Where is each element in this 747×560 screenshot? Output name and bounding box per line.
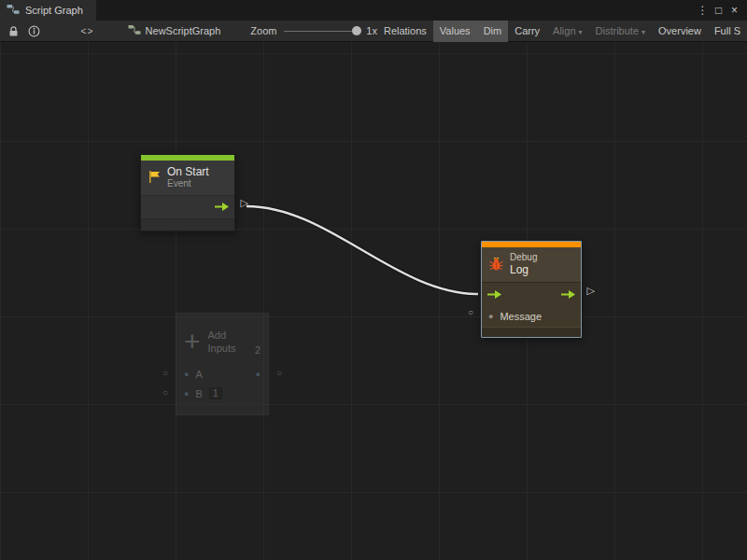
relations-button[interactable]: Relations xyxy=(377,21,433,42)
on-start-subtitle: Event xyxy=(167,178,209,189)
on-start-flow-row xyxy=(141,195,234,218)
flow-input-arrow-icon[interactable] xyxy=(487,289,501,301)
port-a-output-outer-circle[interactable]: ○ xyxy=(276,369,282,378)
debug-log-title: Log xyxy=(510,263,537,276)
flow-output-arrow-icon[interactable] xyxy=(561,289,575,301)
port-b-dot[interactable]: ● xyxy=(184,389,189,399)
fullscreen-button[interactable]: Full S xyxy=(708,21,747,42)
align-button[interactable]: Align ▾ xyxy=(546,21,588,42)
chevron-down-icon: ▾ xyxy=(641,28,645,36)
connection-wire xyxy=(0,42,747,560)
plus-icon: + xyxy=(184,329,201,354)
debug-log-category: Debug xyxy=(510,252,537,263)
zoom-value: 1x xyxy=(366,25,377,36)
graph-reference[interactable]: NewScriptGraph xyxy=(128,24,221,37)
debug-log-footer xyxy=(482,327,581,337)
chevron-down-icon: ▾ xyxy=(579,28,583,36)
dim-button[interactable]: Dim xyxy=(477,21,509,42)
message-input-port[interactable]: ○ xyxy=(468,308,473,317)
zoom-slider[interactable] xyxy=(284,21,361,42)
carry-button[interactable]: Carry xyxy=(508,21,546,42)
on-start-title: On Start xyxy=(167,165,209,178)
debug-log-header: Debug Log xyxy=(482,247,581,282)
distribute-button[interactable]: Distribute ▾ xyxy=(589,21,652,42)
lock-icon[interactable] xyxy=(3,21,24,42)
message-label: Message xyxy=(500,311,542,322)
window-controls: ⋮ □ × xyxy=(695,0,747,21)
maximize-icon[interactable]: □ xyxy=(711,0,726,21)
tab-title: Script Graph xyxy=(25,5,83,16)
inputs-count: 2 xyxy=(255,344,261,357)
port-row-b: ● B 1 xyxy=(176,384,268,403)
graph-asset-icon xyxy=(128,24,141,37)
align-label: Align xyxy=(553,25,575,36)
tab-script-graph[interactable]: Script Graph xyxy=(0,0,96,21)
graph-name: NewScriptGraph xyxy=(146,25,221,36)
close-icon[interactable]: × xyxy=(726,0,742,21)
port-row-a: ● A ● xyxy=(176,364,268,384)
values-button[interactable]: Values xyxy=(433,21,477,42)
node-on-start[interactable]: On Start Event ▷ xyxy=(140,154,235,231)
message-port-dot[interactable]: ● xyxy=(488,312,493,321)
add-inputs-title-line2: Inputs xyxy=(208,342,236,355)
bug-icon xyxy=(488,256,504,273)
debug-log-message-row: ● Message xyxy=(482,306,581,327)
kebab-menu-icon[interactable]: ⋮ xyxy=(695,0,711,21)
script-graph-tab-icon xyxy=(7,4,20,17)
port-a-label: A xyxy=(195,369,202,380)
node-add-inputs-ghost[interactable]: + Add Inputs 2 ● A ● ● B 1 ○ ○ ○ xyxy=(176,313,269,415)
port-b-label: B xyxy=(195,388,202,399)
zoom-slider-handle[interactable] xyxy=(352,26,361,35)
port-b-outer-circle[interactable]: ○ xyxy=(162,388,168,398)
add-inputs-header: + Add Inputs 2 xyxy=(176,314,268,364)
add-inputs-title-line1: Add xyxy=(208,329,236,342)
code-icon[interactable]: <> xyxy=(75,21,99,42)
zoom-label: Zoom xyxy=(250,25,276,36)
port-a-outer-circle[interactable]: ○ xyxy=(162,369,168,378)
distribute-label: Distribute xyxy=(596,25,639,36)
flow-arrow-icon[interactable] xyxy=(215,202,229,213)
port-a-output-dot[interactable]: ● xyxy=(256,370,261,379)
trigger-output-port[interactable]: ▷ xyxy=(241,198,248,208)
debug-log-flow-row xyxy=(482,282,581,306)
overview-button[interactable]: Overview xyxy=(652,21,708,42)
node-debug-log[interactable]: Debug Log ● Message ▷ ○ xyxy=(481,241,582,338)
titlebar: Script Graph ⋮ □ × xyxy=(0,0,747,21)
on-start-footer xyxy=(141,218,234,231)
port-a-dot[interactable]: ● xyxy=(184,370,189,379)
zoom-slider-track xyxy=(284,31,356,32)
info-icon[interactable] xyxy=(24,21,46,42)
graph-canvas[interactable]: On Start Event ▷ xyxy=(0,42,747,560)
trigger-output-port[interactable]: ▷ xyxy=(587,286,595,296)
flag-icon xyxy=(148,170,162,186)
on-start-header: On Start Event xyxy=(141,161,234,195)
toolbar-buttons: Relations Values Dim Carry Align ▾ Distr… xyxy=(377,21,747,42)
port-b-value-field[interactable]: 1 xyxy=(209,387,222,399)
toolbar: <> NewScriptGraph Zoom 1x Relations Valu… xyxy=(0,21,747,42)
